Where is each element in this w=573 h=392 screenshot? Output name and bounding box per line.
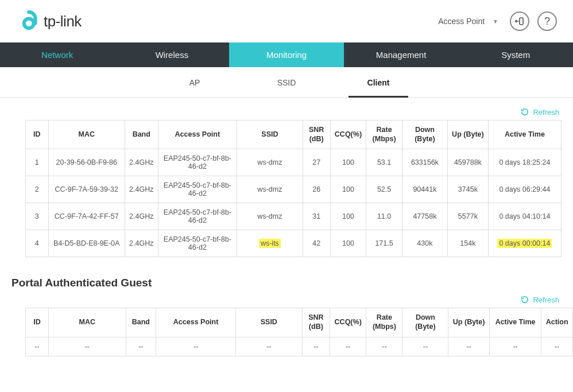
nav-wireless[interactable]: Wireless	[115, 42, 230, 67]
cell-down: 633156k	[402, 149, 447, 176]
cell-ssid: ws-dmz	[237, 176, 303, 203]
refresh-icon	[520, 107, 529, 117]
cell-empty: --	[330, 337, 366, 356]
table-row: -- -- -- -- -- -- -- -- -- -- -- --	[26, 337, 573, 356]
content-area: Refresh ID MAC Band Access Point SSID SN…	[0, 98, 573, 374]
table-row: 120-39-56-0B-F9-862.4GHzEAP245-50-c7-bf-…	[26, 149, 562, 176]
top-right-controls: Access Point ▼ ?	[430, 11, 557, 31]
subtab-client[interactable]: Client	[332, 67, 424, 98]
cell-id: 1	[26, 149, 49, 176]
clients-refresh-button[interactable]: Refresh	[11, 104, 562, 120]
cell-empty: --	[402, 337, 448, 356]
nav-management[interactable]: Management	[344, 42, 459, 67]
cell-id: 2	[26, 176, 49, 203]
cell-snr: 26	[303, 176, 330, 203]
cell-ap: EAP245-50-c7-bf-8b-46-d2	[158, 203, 237, 230]
portal-table: ID MAC Band Access Point SSID SNR (dB) C…	[25, 308, 573, 356]
col-band: Band	[125, 121, 158, 149]
cell-active: 0 days 06:29:44	[488, 176, 561, 203]
cell-active: 0 days 04:10:14	[488, 203, 561, 230]
col-mac: MAC	[48, 308, 126, 337]
col-mac: MAC	[48, 121, 125, 149]
nav-monitoring[interactable]: Monitoring	[229, 42, 344, 67]
nav-network[interactable]: Network	[0, 42, 115, 67]
cell-rate: 11.0	[366, 203, 402, 230]
ap-selector[interactable]: Access Point ▼	[430, 14, 502, 28]
refresh-icon	[520, 295, 529, 304]
top-bar: tp-link Access Point ▼ ?	[0, 0, 573, 42]
nav-system[interactable]: System	[458, 42, 573, 67]
cell-mac: CC-9F-7A-42-FF-57	[48, 203, 125, 230]
col-ccq: CCQ(%)	[330, 121, 366, 149]
col-band: Band	[126, 308, 156, 337]
cell-ccq: 100	[330, 230, 366, 257]
col-action: Action	[541, 308, 573, 337]
col-active: Active Time	[488, 121, 561, 149]
col-id: ID	[26, 121, 49, 149]
col-ssid: SSID	[237, 121, 303, 149]
cell-ap: EAP245-50-c7-bf-8b-46-d2	[158, 149, 237, 176]
cell-down: 430k	[402, 230, 447, 257]
cell-id: 3	[26, 203, 49, 230]
cell-ap: EAP245-50-c7-bf-8b-46-d2	[158, 230, 237, 257]
cell-up: 154k	[447, 230, 488, 257]
cell-rate: 171.5	[366, 230, 402, 257]
cell-snr: 31	[303, 203, 330, 230]
cell-empty: --	[126, 337, 156, 356]
col-down: Down (Byte)	[402, 308, 448, 337]
cell-empty: --	[235, 337, 302, 356]
subtab-ssid[interactable]: SSID	[241, 67, 332, 98]
svg-point-0	[24, 18, 34, 28]
cell-empty: --	[448, 337, 490, 356]
sub-nav: AP SSID Client	[0, 67, 573, 98]
cell-band: 2.4GHz	[125, 149, 158, 176]
subtab-ap[interactable]: AP	[149, 67, 241, 98]
cell-ssid: ws-dmz	[237, 203, 303, 230]
help-button[interactable]: ?	[537, 11, 557, 31]
help-icon: ?	[544, 15, 550, 28]
brand-logo: tp-link	[18, 10, 82, 32]
logout-button[interactable]	[510, 11, 529, 31]
cell-mac: CC-9F-7A-59-39-32	[48, 176, 125, 203]
logout-icon	[514, 16, 525, 26]
refresh-label: Refresh	[533, 108, 559, 117]
cell-active: 0 days 00:00:14	[488, 230, 561, 257]
refresh-label: Refresh	[533, 296, 559, 304]
col-rate: Rate (Mbps)	[366, 121, 402, 149]
tplink-logo-icon	[18, 10, 40, 32]
chevron-down-icon: ▼	[493, 18, 498, 25]
col-snr: SNR (dB)	[303, 121, 330, 149]
cell-ccq: 100	[330, 203, 366, 230]
cell-empty: --	[26, 337, 49, 356]
col-snr: SNR (dB)	[302, 308, 330, 337]
brand-name: tp-link	[44, 13, 82, 30]
cell-id: 4	[26, 230, 49, 257]
table-row: 3CC-9F-7A-42-FF-572.4GHzEAP245-50-c7-bf-…	[26, 203, 562, 230]
col-active: Active Time	[489, 308, 541, 337]
cell-up: 5577k	[447, 203, 488, 230]
cell-up: 3745k	[447, 176, 488, 203]
cell-snr: 27	[303, 149, 330, 176]
ap-selector-label: Access Point	[438, 17, 485, 26]
col-up: Up (Byte)	[448, 308, 490, 337]
cell-empty: --	[48, 337, 126, 356]
cell-empty: --	[366, 337, 402, 356]
cell-snr: 42	[303, 230, 330, 257]
cell-empty: --	[541, 337, 573, 356]
col-rate: Rate (Mbps)	[366, 308, 402, 337]
col-ssid: SSID	[235, 308, 302, 337]
cell-down: 47758k	[402, 203, 447, 230]
cell-up: 459788k	[447, 149, 488, 176]
cell-ssid: ws-dmz	[237, 149, 303, 176]
portal-refresh-button[interactable]: Refresh	[11, 292, 562, 308]
cell-down: 90441k	[402, 176, 447, 203]
cell-empty: --	[302, 337, 330, 356]
cell-mac: 20-39-56-0B-F9-86	[48, 149, 125, 176]
cell-empty: --	[489, 337, 541, 356]
cell-ccq: 100	[330, 149, 366, 176]
col-ccq: CCQ(%)	[330, 308, 366, 337]
svg-rect-1	[520, 18, 523, 25]
cell-rate: 53.1	[366, 149, 402, 176]
cell-mac: B4-D5-BD-E8-9E-0A	[48, 230, 125, 257]
main-nav: Network Wireless Monitoring Management S…	[0, 42, 573, 67]
